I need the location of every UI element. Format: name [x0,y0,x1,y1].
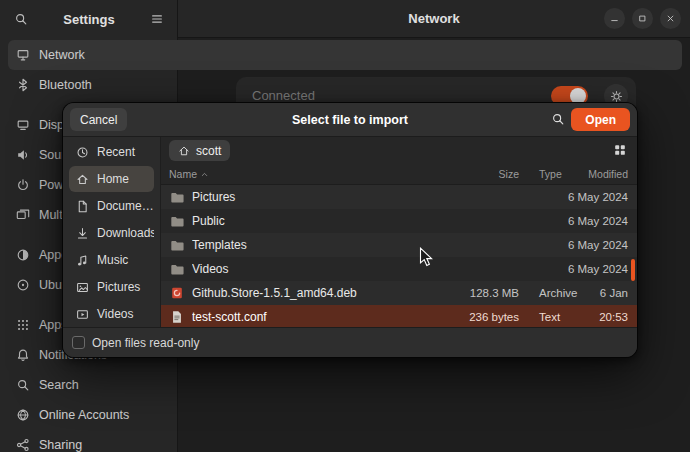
file-size: 128.3 MB [429,281,519,305]
column-modified[interactable]: Modified [528,164,628,185]
file-modified: 6 May 2024 [528,185,628,209]
file-chooser-dialog: Cancel Select file to import Open Recent… [62,102,638,358]
videos-icon [76,308,89,321]
dialog-sidebar-item-downloads[interactable]: Downloads [69,220,154,246]
dialog-file-area: scott Name Size Type Modified Pictures6 … [161,137,637,327]
open-button[interactable]: Open [571,108,630,131]
sort-ascending-icon [200,170,209,179]
dialog-sidebar-item-docume[interactable]: Docume… [69,193,154,219]
dialog-sidebar-item-label: Home [97,172,129,186]
dialog-sidebar-item-label: Downloads [97,226,154,240]
file-row-videos[interactable]: Videos6 May 2024 [161,257,637,281]
dialog-headerbar: Cancel Select file to import Open [63,103,637,137]
file-row-public[interactable]: Public6 May 2024 [161,209,637,233]
folder-icon [170,214,184,228]
location-label: scott [196,144,221,158]
file-list: Pictures6 May 2024Public6 May 2024Templa… [161,185,637,327]
column-name[interactable]: Name [169,164,209,185]
dialog-sidebar-item-pictures[interactable]: Pictures [69,274,154,300]
file-size: 236 bytes [429,305,519,327]
dialog-title: Select file to import [183,103,517,136]
cancel-button[interactable]: Cancel [70,108,127,131]
file-row-test-scott-conf[interactable]: test-scott.conf236 bytesText20:53 [161,305,637,327]
dialog-sidebar-item-recent[interactable]: Recent [69,139,154,165]
file-modified: 6 May 2024 [528,209,628,233]
file-modified: 6 Jan [528,281,628,305]
dialog-sidebar-item-videos[interactable]: Videos [69,301,154,327]
home-icon [178,145,190,157]
file-modified: 6 May 2024 [528,257,628,281]
column-headers: Name Size Type Modified [161,164,637,185]
file-row-pictures[interactable]: Pictures6 May 2024 [161,185,637,209]
column-name-label: Name [169,164,197,185]
deb-icon [170,286,184,300]
dialog-sidebar-item-label: Videos [97,307,133,321]
documents-icon [76,200,89,213]
file-name: Pictures [192,185,422,209]
file-modified: 20:53 [528,305,628,327]
pictures-icon [76,281,89,294]
file-modified: 6 May 2024 [528,233,628,257]
column-size[interactable]: Size [429,164,519,185]
dialog-sidebar-item-label: Recent [97,145,135,159]
pathbar: scott [161,137,637,164]
search-icon[interactable] [551,112,565,126]
home-icon [76,173,89,186]
dialog-sidebar-item-label: Pictures [97,280,140,294]
readonly-label: Open files read-only [92,336,199,350]
file-name: Templates [192,233,422,257]
scrollbar-thumb[interactable] [631,259,635,281]
file-row-templates[interactable]: Templates6 May 2024 [161,233,637,257]
recent-icon [76,146,89,159]
text-file-icon [170,310,184,324]
folder-icon [170,238,184,252]
music-icon [76,254,89,267]
file-row-github-store-1-5-1-amd64-deb[interactable]: Github.Store-1.5.1_amd64.deb128.3 MBArch… [161,281,637,305]
dialog-sidebar: RecentHomeDocume…DownloadsMusicPicturesV… [63,137,161,327]
downloads-icon [76,227,89,240]
dialog-sidebar-item-label: Docume… [97,199,154,213]
folder-icon [170,262,184,276]
dialog-sidebar-item-home[interactable]: Home [69,166,154,192]
screen: Network Settings NetworkBluetoothDisplay… [0,0,690,452]
file-name: Videos [192,257,422,281]
location-button[interactable]: scott [169,140,230,161]
dialog-sidebar-item-music[interactable]: Music [69,247,154,273]
dialog-footer: Open files read-only [63,327,637,357]
mouse-cursor [419,247,434,272]
folder-icon [170,190,184,204]
file-name: test-scott.conf [192,305,422,327]
file-name: Public [192,209,422,233]
grid-view-icon[interactable] [613,143,627,157]
dialog-sidebar-item-label: Music [97,253,128,267]
file-name: Github.Store-1.5.1_amd64.deb [192,281,422,305]
readonly-checkbox[interactable] [72,336,85,349]
